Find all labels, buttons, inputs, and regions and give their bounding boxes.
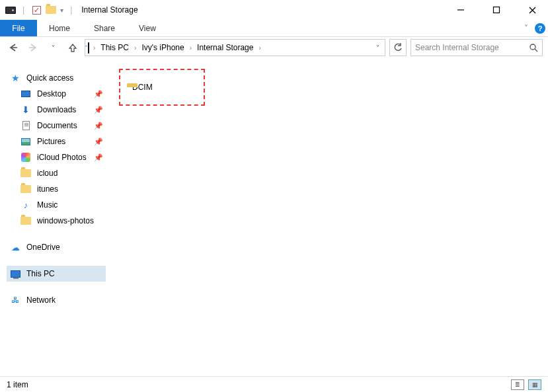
sidebar-item-label: Network xyxy=(26,295,56,305)
help-button[interactable]: ? xyxy=(532,20,548,36)
sidebar-item-icloud-photos[interactable]: iCloud Photos 📌 xyxy=(17,149,106,165)
search-box[interactable]: Search Internal Storage xyxy=(411,39,543,56)
forward-button[interactable] xyxy=(25,40,41,56)
sidebar-item-label: iCloud Photos xyxy=(37,153,87,162)
svg-line-7 xyxy=(535,49,537,52)
breadcrumb-iphone[interactable]: Ivy's iPhone xyxy=(139,43,186,52)
folder-icon xyxy=(20,169,32,177)
view-large-icons-button[interactable]: ▦ xyxy=(528,379,541,390)
window-title: Internal Storage xyxy=(81,5,450,15)
title-bar: | ✓ ▾ | Internal Storage xyxy=(0,0,548,20)
download-icon: ⬇ xyxy=(20,104,32,115)
sidebar-item-label: OneDrive xyxy=(26,243,60,252)
pc-icon xyxy=(88,43,89,53)
svg-point-6 xyxy=(530,44,535,50)
chevron-right-icon[interactable]: › xyxy=(133,44,137,52)
file-tab[interactable]: File xyxy=(0,20,37,36)
properties-check-icon[interactable]: ✓ xyxy=(31,5,42,15)
pin-icon: 📌 xyxy=(94,106,103,114)
sidebar-item-downloads[interactable]: ⬇ Downloads 📌 xyxy=(17,102,106,118)
status-bar: 1 item ≣ ▦ xyxy=(0,376,548,392)
folder-icon xyxy=(46,5,56,15)
music-icon: ♪ xyxy=(20,200,32,210)
sidebar-item-label: Desktop xyxy=(37,89,66,98)
breadcrumb-this-pc[interactable]: This PC xyxy=(98,43,132,52)
address-bar[interactable]: › This PC › Ivy's iPhone › Internal Stor… xyxy=(85,39,385,56)
navigation-bar: ˅ › This PC › Ivy's iPhone › Internal St… xyxy=(0,37,548,58)
pin-icon: 📌 xyxy=(94,137,103,146)
up-button[interactable] xyxy=(65,40,81,56)
sidebar-item-label: Music xyxy=(37,200,58,210)
folder-dcim[interactable]: DCIM xyxy=(119,69,205,106)
sidebar-item-label: Quick access xyxy=(26,73,73,83)
back-button[interactable] xyxy=(5,40,21,56)
status-item-count: 1 item xyxy=(7,380,28,389)
chevron-right-icon[interactable]: › xyxy=(188,44,193,52)
pin-icon: 📌 xyxy=(94,153,103,162)
tab-share[interactable]: Share xyxy=(82,20,127,36)
refresh-button[interactable] xyxy=(389,39,407,56)
search-icon xyxy=(529,43,538,52)
pin-icon: 📌 xyxy=(94,90,103,98)
maximize-button[interactable] xyxy=(486,2,507,18)
pin-icon: 📌 xyxy=(94,122,103,130)
chevron-right-icon[interactable]: › xyxy=(257,44,262,52)
sidebar-item-label: Downloads xyxy=(37,105,76,114)
icloud-photos-icon xyxy=(20,153,32,162)
sidebar-this-pc[interactable]: This PC xyxy=(7,266,106,282)
network-icon: 🖧 xyxy=(9,295,21,305)
separator: | xyxy=(22,5,24,15)
svg-rect-1 xyxy=(494,7,500,13)
view-details-button[interactable]: ≣ xyxy=(511,379,524,390)
search-placeholder: Search Internal Storage xyxy=(415,43,499,52)
recent-locations-icon[interactable]: ˅ xyxy=(45,40,61,56)
minimize-button[interactable] xyxy=(450,2,471,18)
sidebar-item-label: icloud xyxy=(37,169,58,178)
pc-icon xyxy=(9,270,21,278)
folder-icon xyxy=(20,217,32,225)
sidebar-item-label: windows-photos xyxy=(37,216,94,225)
quick-access-toolbar: | ✓ ▾ | xyxy=(5,5,75,15)
device-icon xyxy=(5,5,16,15)
sidebar-item-pictures[interactable]: Pictures 📌 xyxy=(17,134,106,149)
folder-icon xyxy=(20,185,32,193)
star-icon: ★ xyxy=(9,73,21,83)
document-icon xyxy=(20,121,32,130)
picture-icon xyxy=(20,138,32,145)
tab-view[interactable]: View xyxy=(127,20,168,36)
sidebar-item-label: Pictures xyxy=(37,137,65,146)
cloud-icon: ☁ xyxy=(9,243,21,253)
desktop-icon xyxy=(20,91,32,97)
address-dropdown-icon[interactable]: ˅ xyxy=(373,44,382,52)
sidebar-item-icloud[interactable]: icloud xyxy=(17,165,106,181)
main-area: ★ Quick access Desktop 📌 ⬇ Downloads 📌 D… xyxy=(0,58,548,376)
qat-dropdown-icon[interactable]: ▾ xyxy=(60,7,63,14)
sidebar-item-label: itunes xyxy=(37,184,58,194)
sidebar-item-music[interactable]: ♪ Music xyxy=(17,197,106,213)
sidebar-item-label: Documents xyxy=(37,121,77,130)
chevron-right-icon[interactable]: › xyxy=(92,44,97,52)
ribbon-expand-icon[interactable]: ˅ xyxy=(524,20,528,36)
sidebar-network[interactable]: 🖧 Network xyxy=(7,292,106,308)
navigation-pane: ★ Quick access Desktop 📌 ⬇ Downloads 📌 D… xyxy=(0,58,108,376)
sidebar-item-desktop[interactable]: Desktop 📌 xyxy=(17,86,106,102)
sidebar-item-label: This PC xyxy=(26,269,55,278)
sidebar-item-itunes[interactable]: itunes xyxy=(17,181,106,197)
sidebar-item-documents[interactable]: Documents 📌 xyxy=(17,118,106,134)
breadcrumb-internal-storage[interactable]: Internal Storage xyxy=(194,43,256,52)
sidebar-item-windows-photos[interactable]: windows-photos xyxy=(17,213,106,229)
tab-home[interactable]: Home xyxy=(37,20,82,36)
close-button[interactable] xyxy=(522,2,543,18)
sidebar-onedrive[interactable]: ☁ OneDrive xyxy=(7,239,106,255)
ribbon-menu: File Home Share View ˅ ? xyxy=(0,20,548,37)
content-pane[interactable]: DCIM xyxy=(108,58,548,376)
separator: | xyxy=(70,5,72,15)
sidebar-quick-access[interactable]: ★ Quick access xyxy=(7,70,106,86)
